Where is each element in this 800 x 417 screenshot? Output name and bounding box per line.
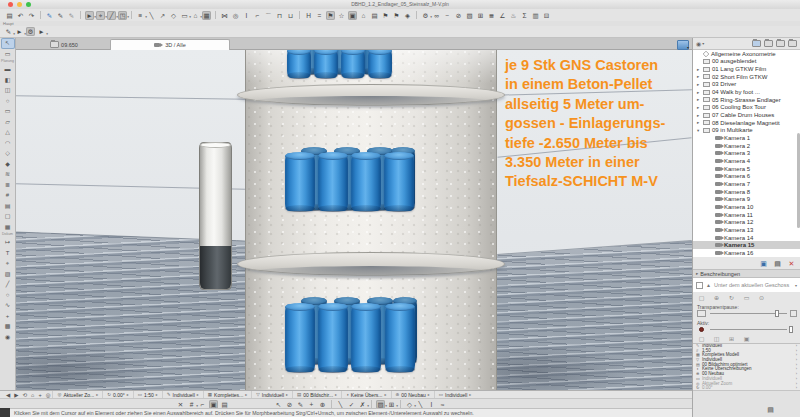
target-icon[interactable]: ⊙ (757, 294, 766, 303)
select-similar-icon[interactable]: ▢ (697, 294, 706, 303)
tree-item[interactable]: Kamera 1 (693, 134, 800, 142)
tree-item[interactable]: Kamera 12 (693, 218, 800, 226)
floor-filter-row[interactable]: ▲ Unter dem aktuellen Geschoss ▾ (693, 278, 800, 292)
line-segment-icon[interactable]: ╲ (147, 11, 156, 20)
pen-black-icon[interactable]: ✎ (56, 11, 65, 20)
tree-item[interactable]: 00 ausgeblendet (693, 58, 800, 66)
gear-icon[interactable]: ⚙▾ (421, 11, 430, 20)
mesh-tool-icon[interactable]: ≋ (1, 169, 15, 180)
castor-cask[interactable] (287, 50, 311, 78)
resize-icon[interactable]: ⊔ (286, 11, 295, 20)
quick-option-field[interactable]: ▽Individuell▸ (251, 391, 292, 399)
project-map-icon[interactable] (752, 40, 761, 47)
curtain-wall-tool-icon[interactable]: ▤ (1, 201, 15, 212)
beschreibungen-section[interactable]: ▸ Beschreibungen (693, 269, 800, 278)
castor-cask[interactable] (384, 153, 414, 211)
tree-item[interactable]: ▸05 Ring-Strasse Endlager (693, 96, 800, 104)
select-arrow-icon[interactable]: ►▾ (85, 11, 94, 20)
marquee-tool-icon[interactable]: ▭ (1, 49, 15, 60)
tree-item[interactable]: ▸03 Driver (693, 81, 800, 89)
pen-set-icon[interactable]: ✎▾ (4, 27, 13, 36)
skylight-tool-icon[interactable]: ◇ (1, 148, 15, 159)
frame-icon[interactable]: ▭▾ (180, 11, 189, 20)
door-tool-icon[interactable]: ◧ (1, 75, 15, 86)
layers-icon[interactable]: ▣ (348, 11, 357, 20)
tab-floor-plan[interactable]: 09.650 (28, 39, 100, 50)
line-tool-icon[interactable]: ╱ (1, 279, 15, 290)
tree-item[interactable]: Allgemeine Axonometrie (693, 50, 800, 58)
orbit-icon[interactable]: ⟲ (22, 392, 27, 398)
shell-tool-icon[interactable]: ◠ (1, 138, 15, 149)
bounds-icon[interactable]: ▭ (742, 294, 751, 303)
dimension-tool-icon[interactable]: ↦ (1, 237, 15, 248)
color-swatch[interactable] (699, 327, 704, 332)
link-icon[interactable]: ∞ (432, 11, 441, 20)
column-tool-icon[interactable]: ○ (1, 96, 15, 107)
camera-tool-icon[interactable]: ◉ (1, 332, 15, 343)
tree-item[interactable]: Kamera 13 (693, 226, 800, 234)
tree-item[interactable]: Kamera 15 (693, 241, 800, 249)
tree-item[interactable]: Kamera 2 (693, 142, 800, 150)
figure-tool-icon[interactable]: ▩ (1, 321, 15, 332)
window-tool-icon[interactable]: ◫ (1, 85, 15, 96)
panel-options-icon[interactable]: ▤ (766, 405, 775, 414)
zone-tool-icon[interactable]: ▢ (1, 211, 15, 222)
new-file-icon[interactable]: ▤ (5, 11, 14, 20)
quick-option-field[interactable]: ▦Komplettes...▸ (203, 391, 251, 399)
stretch-icon[interactable]: ⊓ (275, 11, 284, 20)
redo-icon[interactable]: ↷ (27, 11, 36, 20)
tree-item[interactable]: ▸01 Lang GTKW Film (693, 65, 800, 73)
guide-line-icon[interactable]: ╱▾ (107, 11, 116, 20)
letter-h-icon[interactable]: H (304, 11, 313, 20)
angle-icon[interactable]: ∠ (498, 11, 507, 20)
zoom-icon[interactable]: ◎ (46, 392, 51, 398)
quick-option-field[interactable]: ↻0.00°▸ (102, 391, 133, 399)
quick-option-field[interactable]: ▭1:50▸ (133, 391, 162, 399)
castor-cask[interactable] (285, 304, 315, 372)
walk-mode-icon[interactable]: ⚑ (326, 11, 335, 20)
cursor-mode-icon[interactable]: ►▾ (37, 27, 46, 36)
castor-cask[interactable] (351, 153, 381, 211)
new-folder-icon[interactable]: ▤ (773, 259, 782, 268)
tree-item[interactable]: Kamera 6 (693, 173, 800, 181)
tree-item[interactable]: Kamera 10 (693, 203, 800, 211)
tag-icon[interactable]: ◈ (403, 11, 412, 20)
tree-item[interactable]: ▸04 Walk by foot ... (693, 88, 800, 96)
hatch-icon[interactable]: ▧ (465, 11, 474, 20)
castor-cask[interactable] (314, 50, 338, 78)
text-cursor-icon[interactable]: I (242, 11, 251, 20)
list-icon[interactable]: ≣ (487, 11, 496, 20)
tab-3d-view[interactable]: 3D / Alle (110, 39, 230, 50)
home-zoom-icon[interactable]: ⌂ (31, 392, 34, 398)
castor-cask[interactable] (351, 304, 381, 372)
castor-cask[interactable] (318, 153, 348, 211)
tree-item[interactable]: Kamera 3 (693, 150, 800, 158)
roof-tool-icon[interactable]: △ (1, 127, 15, 138)
quick-option-field[interactable]: ◎Aktueller Zo...▸ (52, 391, 102, 399)
snap-guide-icon[interactable]: ◳▾ (118, 11, 127, 20)
navigator-preview-icon[interactable] (677, 40, 689, 50)
tree-item[interactable]: ▸02 Short Film GTKW (693, 73, 800, 81)
tree-item[interactable]: Kamera 5 (693, 165, 800, 173)
flag-icon[interactable]: ⚑ (381, 11, 390, 20)
spline-tool-icon[interactable]: ∿ (1, 300, 15, 311)
checkbox[interactable] (696, 282, 703, 289)
fillet-icon[interactable]: ⌒ (264, 11, 273, 20)
magic-wand-icon[interactable]: ↗ (158, 11, 167, 20)
favorites-set-icon[interactable]: ►▾ (15, 27, 24, 36)
schedule-icon[interactable]: ⊞ (476, 11, 485, 20)
text-tool-icon[interactable]: T (1, 248, 15, 259)
quick-option-field[interactable]: ▤00 Bildschir...▸ (292, 391, 341, 399)
object-tool-icon[interactable]: ▦ (1, 222, 15, 233)
castor-cask[interactable] (285, 153, 315, 211)
equal-icon[interactable]: = (315, 11, 324, 20)
home-icon[interactable]: ⌂ (359, 11, 368, 20)
select-tool-icon[interactable]: ↖ (1, 38, 15, 49)
castor-cask[interactable] (368, 50, 392, 78)
castor-cask[interactable] (341, 50, 365, 78)
rotate-icon[interactable]: ↻ (727, 294, 736, 303)
user-icon[interactable]: ◉ (696, 40, 701, 47)
corner-icon[interactable]: ⌐ (253, 11, 262, 20)
aktiv-slider[interactable] (697, 326, 797, 334)
tree-item[interactable]: Kamera 4 (693, 157, 800, 165)
